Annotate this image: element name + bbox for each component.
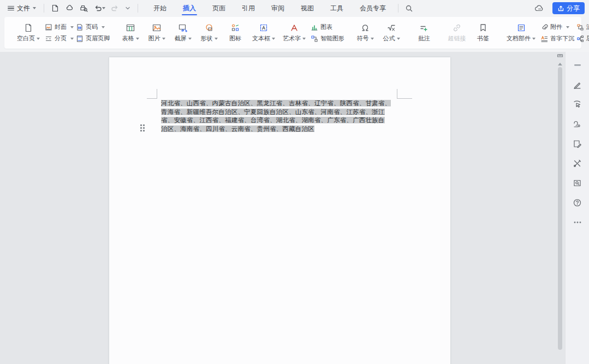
file-menu-button[interactable]: 文件 xyxy=(4,2,39,15)
workspace: 河北省、山西省、内蒙古自治区、黑龙江省、吉林省、辽宁省、陕西省、甘肃省、 青海省… xyxy=(0,52,589,364)
hyperlink-button[interactable]: 超链接 xyxy=(445,20,469,46)
symbol-button[interactable]: 符号 xyxy=(353,20,377,46)
smart-graphic-button[interactable]: 智能图形 xyxy=(311,34,344,43)
paragraph-drag-handle[interactable] xyxy=(140,124,145,132)
formula-label: 公式 xyxy=(383,34,395,43)
customize-toolbar-button[interactable] xyxy=(122,2,133,15)
file-menu-label: 文件 xyxy=(17,4,30,13)
tab-home[interactable]: 开始 xyxy=(146,0,174,16)
tab-review[interactable]: 审阅 xyxy=(264,0,292,16)
mindmap-button[interactable]: 思维导图 xyxy=(576,34,589,43)
cover-icon xyxy=(45,23,52,31)
table-icon xyxy=(126,23,135,33)
formula-icon xyxy=(386,23,396,33)
selected-text: 河北省、山西省、内蒙古自治区、黑龙江省、吉林省、辽宁省、陕西省、甘肃省、 xyxy=(161,100,391,106)
undo-dropdown-icon xyxy=(102,7,105,11)
vertical-scrollbar[interactable] xyxy=(556,52,564,364)
ribbon-group-pages: 空白页 封面 分页 页码 xyxy=(10,20,114,46)
ribbon-group-links: 超链接 书签 xyxy=(441,20,499,46)
page-break-icon xyxy=(45,35,52,43)
quick-access-toolbar xyxy=(49,2,133,15)
doc-part-button[interactable]: 文档部件 xyxy=(504,20,538,46)
divider xyxy=(44,4,44,13)
shapes-button[interactable]: 形状 xyxy=(197,20,221,46)
scroll-up-arrow[interactable] xyxy=(558,61,562,65)
selected-text: 省、安徽省、江西省、福建省、台湾省、湖北省、湖南省、广东省、广西壮族自 xyxy=(161,117,385,123)
tab-view[interactable]: 视图 xyxy=(293,0,322,16)
new-document-button[interactable] xyxy=(49,2,62,15)
wordart-button[interactable]: 艺术字 xyxy=(280,20,308,46)
scrollbar-thumb[interactable] xyxy=(558,67,562,350)
tab-tools[interactable]: 工具 xyxy=(323,0,351,16)
select-lasso-button[interactable] xyxy=(570,98,585,111)
share-button[interactable]: 分享 xyxy=(552,2,585,14)
selected-text: 治区、海南省、四川省、云南省、贵州省、西藏自治区 xyxy=(161,126,314,132)
flowchart-button[interactable]: 流程图 xyxy=(576,23,589,31)
search-button[interactable] xyxy=(403,2,415,15)
ink-pen-button[interactable] xyxy=(570,78,585,91)
icons-button[interactable]: 图标 xyxy=(223,20,247,46)
page-number-button[interactable]: 页码 xyxy=(76,23,110,31)
chevron-down-icon xyxy=(124,5,131,11)
symbol-icon xyxy=(360,23,370,33)
tab-member[interactable]: 会员专享 xyxy=(352,0,394,16)
tab-page[interactable]: 页面 xyxy=(205,0,233,16)
document-page[interactable]: 河北省、山西省、内蒙古自治区、黑龙江省、吉林省、辽宁省、陕西省、甘肃省、 青海省… xyxy=(109,57,450,364)
dropdown-icon xyxy=(37,38,40,41)
tab-references[interactable]: 引用 xyxy=(234,0,263,16)
page-number-label: 页码 xyxy=(86,23,98,31)
shapes-icon xyxy=(204,23,214,33)
attachment-button[interactable]: 附件 xyxy=(540,23,574,31)
share-icon xyxy=(557,5,564,12)
comment-button[interactable]: 批注 xyxy=(412,20,436,46)
chart-button[interactable]: 图表 xyxy=(311,23,344,31)
tab-insert[interactable]: 插入 xyxy=(175,0,204,16)
annotate-doc-button[interactable] xyxy=(570,137,585,150)
text-line: 治区、海南省、四川省、云南省、贵州省、西藏自治区 xyxy=(161,125,401,134)
icons-icon xyxy=(230,23,240,33)
picture-label: 图片 xyxy=(148,34,160,43)
print-preview-button[interactable] xyxy=(77,2,91,15)
textbox-button[interactable]: 文本框 xyxy=(249,20,278,46)
cover-button[interactable]: 封面 xyxy=(45,23,74,31)
dropdown-icon xyxy=(188,38,192,41)
cloud-sync-button[interactable] xyxy=(532,2,547,15)
header-footer-label: 页眉页脚 xyxy=(86,34,110,43)
page-break-button[interactable]: 分页 xyxy=(45,34,74,43)
find-in-doc-button[interactable] xyxy=(570,176,585,189)
help-button[interactable] xyxy=(570,196,585,209)
document-canvas[interactable]: 河北省、山西省、内蒙古自治区、黑龙江省、吉林省、辽宁省、陕西省、甘肃省、 青海省… xyxy=(0,52,565,364)
drop-cap-label: 首字下沉 xyxy=(550,34,574,43)
header-footer-button[interactable]: 页眉页脚 xyxy=(76,34,110,43)
hide-panel-button[interactable] xyxy=(570,58,585,71)
document-paragraph[interactable]: 河北省、山西省、内蒙古自治区、黑龙江省、吉林省、辽宁省、陕西省、甘肃省、 青海省… xyxy=(161,99,401,133)
ruler-toggle-icon[interactable] xyxy=(557,53,563,58)
drop-cap-button[interactable]: 首字下沉 xyxy=(540,34,574,43)
picture-button[interactable]: 图片 xyxy=(145,20,169,46)
ribbon-group-parts: 文档部件 附件 首字下沉 流程图 xyxy=(499,20,589,46)
bookmark-button[interactable]: 书签 xyxy=(471,20,495,46)
screenshot-button[interactable]: 截屏 xyxy=(171,20,195,46)
flowchart-label: 流程图 xyxy=(586,23,589,31)
wordart-label: 艺术字 xyxy=(283,34,301,43)
right-sidebar xyxy=(565,52,589,364)
undo-button[interactable] xyxy=(92,2,108,15)
doc-part-icon xyxy=(516,23,526,33)
annotate-doc-icon xyxy=(573,139,582,148)
save-button[interactable] xyxy=(63,2,76,15)
blank-page-button[interactable]: 空白页 xyxy=(14,20,43,46)
header-footer-icon xyxy=(76,35,84,43)
formula-button[interactable]: 公式 xyxy=(379,20,403,46)
ribbon-group-symbols: 符号 公式 xyxy=(349,20,408,46)
dropdown-icon xyxy=(566,26,569,30)
tools-button[interactable] xyxy=(570,157,585,170)
textbox-icon xyxy=(259,23,269,33)
redo-button[interactable] xyxy=(109,2,121,15)
ribbon-group-comment: 批注 xyxy=(408,20,441,46)
text-line: 省、安徽省、江西省、福建省、台湾省、湖北省、湖南省、广东省、广西壮族自 xyxy=(161,116,401,125)
signature-button[interactable] xyxy=(570,117,585,130)
table-button[interactable]: 表格 xyxy=(118,20,142,46)
dropdown-icon xyxy=(272,38,275,41)
more-options-button[interactable] xyxy=(570,216,585,229)
blank-page-icon xyxy=(23,23,33,33)
